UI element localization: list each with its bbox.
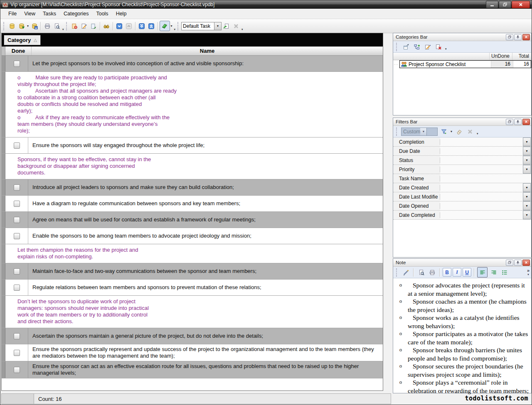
panel-restore-icon[interactable] (506, 34, 513, 40)
edit-category-icon[interactable] (423, 42, 432, 52)
filter-value[interactable] (440, 137, 523, 146)
category-group-header[interactable]: Category △ (4, 35, 40, 45)
panel-restore-icon[interactable] (506, 119, 513, 125)
filter-dropdown-icon[interactable]: ▼ (523, 183, 531, 192)
task-row[interactable]: Ensure the sponsors will stay engaged th… (2, 137, 383, 154)
filter-value[interactable] (440, 201, 523, 210)
edit-note-icon[interactable] (401, 268, 411, 277)
filter-value[interactable] (440, 147, 523, 155)
task-checkbox[interactable] (14, 184, 20, 191)
bullet-list-icon[interactable] (500, 268, 509, 277)
open-database-icon[interactable] (17, 21, 26, 31)
align-left-icon[interactable] (477, 267, 488, 277)
task-row[interactable]: Ensure the sponsors practically represen… (2, 344, 383, 361)
move-up-icon[interactable] (124, 21, 134, 31)
note-row[interactable]: o Make sure they are ready to participat… (2, 72, 383, 137)
move-down-icon[interactable] (115, 21, 124, 31)
task-row[interactable]: Have a diagram to regulate communication… (2, 196, 383, 212)
panel-close-icon[interactable] (522, 119, 530, 125)
filter-dropdown-icon[interactable]: ▼ (523, 147, 531, 155)
save-database-icon[interactable] (30, 21, 39, 31)
task-checkbox[interactable] (14, 285, 20, 291)
menu-tools[interactable]: Tools (92, 10, 112, 18)
new-task-icon[interactable] (70, 21, 79, 31)
task-row[interactable]: Introduce all project leaders to sponsor… (2, 179, 383, 196)
filter-dropdown-icon[interactable]: ▼ (523, 165, 531, 174)
column-header-undone[interactable]: UnDone (489, 53, 512, 60)
filter-value[interactable] (440, 192, 523, 201)
bold-icon[interactable]: B (443, 268, 451, 277)
task-row[interactable]: Enable the sponsors to be among team mem… (2, 228, 383, 244)
toolbar-grip[interactable] (66, 22, 69, 30)
default-task-combo[interactable]: Default Task▼ (181, 22, 222, 30)
task-checkbox[interactable] (14, 367, 20, 373)
task-row[interactable]: Agree on means that will be used for con… (2, 212, 383, 228)
collapse-all-icon[interactable] (147, 21, 156, 31)
italic-icon[interactable]: I (453, 268, 461, 277)
edit-task-icon[interactable] (79, 21, 89, 31)
filter-preset-combo-dropdown-icon[interactable]: ▼ (420, 128, 427, 136)
dropdown-caret-icon[interactable]: ▾ (170, 24, 173, 28)
duplicate-task-icon[interactable] (89, 21, 99, 31)
find-icon[interactable] (102, 21, 111, 31)
underline-icon[interactable]: U (463, 268, 471, 277)
category-row[interactable]: ··· Project Sponsor Checklist 16 16 (393, 60, 531, 68)
toolbar-grip[interactable] (396, 128, 399, 136)
filter-dropdown-icon[interactable]: ▼ (523, 192, 531, 201)
note-row[interactable]: Sponsors, if they want to be effective, … (2, 154, 383, 179)
task-checkbox[interactable] (14, 142, 20, 149)
toolbar-grip[interactable] (396, 43, 399, 51)
filter-dropdown-icon[interactable]: ▼ (523, 201, 531, 210)
note-row[interactable]: Let them champion the reasons for the pr… (2, 244, 383, 263)
add-subcategory-icon[interactable] (412, 42, 421, 52)
new-database-icon[interactable] (7, 21, 17, 31)
toolbar-overflow-icon[interactable]: ▾ (62, 28, 65, 31)
align-right-icon[interactable] (489, 268, 498, 277)
print-icon[interactable] (42, 21, 52, 31)
toolbar-grip[interactable] (396, 268, 399, 277)
filter-dropdown-icon[interactable]: ▼ (523, 137, 531, 146)
print-preview-icon[interactable] (52, 21, 62, 31)
default-task-combo-dropdown-icon[interactable]: ▼ (214, 22, 221, 30)
task-row[interactable]: Regulate relations between team members … (2, 280, 383, 296)
task-checkbox[interactable] (14, 201, 20, 207)
note-row[interactable]: Don’t let the sponsors to duplicate work… (2, 296, 383, 328)
filter-dropdown-icon[interactable]: ▼ (523, 211, 531, 219)
toolbar-overflow-icon[interactable]: ▾ (476, 132, 479, 135)
toolbar-grip[interactable] (177, 22, 180, 30)
panel-pin-icon[interactable] (514, 119, 522, 125)
restore-button[interactable] (499, 1, 511, 8)
panel-close-icon[interactable] (522, 34, 530, 40)
toolbar-overflow-icon[interactable]: »▾ (527, 269, 530, 276)
menu-file[interactable]: File (5, 10, 20, 18)
filter-value[interactable] (440, 165, 523, 174)
column-header-name[interactable]: Name (32, 47, 383, 55)
menu-tasks[interactable]: Tasks (39, 10, 60, 18)
close-button[interactable] (512, 1, 530, 8)
print-note-icon[interactable] (427, 268, 437, 277)
filter-value[interactable] (440, 183, 523, 192)
minimize-button[interactable] (486, 1, 498, 8)
delete-category-icon[interactable] (433, 42, 443, 52)
insert-default-task-icon[interactable] (222, 21, 231, 31)
task-checkbox[interactable] (14, 217, 20, 223)
filter-value[interactable] (440, 174, 531, 183)
toolbar-grip[interactable] (3, 22, 6, 30)
delete-filter-icon[interactable] (465, 127, 475, 136)
filter-value[interactable] (440, 211, 523, 219)
filter-value[interactable] (440, 156, 523, 164)
menu-categories[interactable]: Categories (60, 10, 92, 18)
task-checkbox[interactable] (14, 333, 20, 339)
add-category-icon[interactable] (401, 42, 411, 52)
dropdown-caret-icon[interactable]: ▾ (26, 24, 30, 28)
toolbar-overflow-icon[interactable]: ▾ (173, 28, 177, 31)
task-checkbox[interactable] (14, 233, 20, 239)
dropdown-caret-icon[interactable]: ▾ (450, 130, 453, 133)
expand-all-icon[interactable] (137, 21, 147, 31)
filter-dropdown-icon[interactable]: ▼ (523, 156, 531, 164)
menu-help[interactable]: Help (112, 10, 131, 18)
task-checkbox[interactable] (14, 61, 20, 67)
selected-category[interactable]: Project Sponsor Checklist 16 16 (399, 60, 531, 68)
panel-close-icon[interactable] (522, 260, 530, 266)
column-header-done[interactable]: Done (5, 47, 32, 55)
